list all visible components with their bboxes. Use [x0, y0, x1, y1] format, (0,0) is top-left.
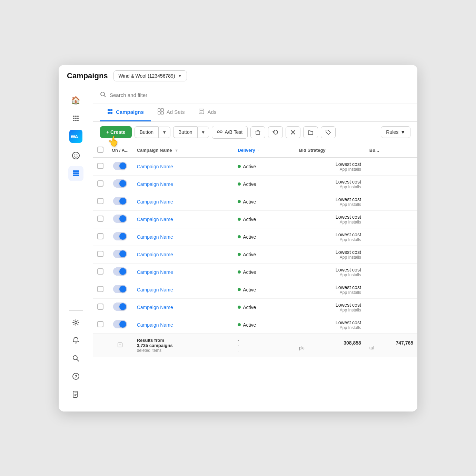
- svg-text:WA: WA: [71, 134, 78, 139]
- delivery-status: Active: [238, 217, 291, 222]
- delivery-status: Active: [238, 305, 291, 310]
- row-toggle[interactable]: [113, 179, 127, 188]
- table-row: Campaign Name Active Lowest cost App Ins…: [93, 193, 417, 210]
- campaign-name-link[interactable]: Campaign Name: [137, 287, 173, 292]
- svg-point-3: [73, 118, 75, 119]
- row-checkbox-cell: [93, 228, 108, 246]
- sidebar-item-help[interactable]: ?: [68, 369, 83, 384]
- active-dot-icon: [238, 182, 241, 186]
- button2-dropdown[interactable]: ▼: [197, 127, 209, 138]
- row-checkbox[interactable]: [97, 216, 103, 222]
- search-input[interactable]: [110, 92, 410, 98]
- undo-button[interactable]: [268, 126, 283, 138]
- row-delivery-cell: Active: [234, 210, 295, 228]
- folder-button[interactable]: [303, 126, 318, 138]
- wasmart-logo[interactable]: WA: [68, 129, 83, 144]
- bid-strategy-cell: Lowest cost App Installs: [299, 320, 361, 330]
- sidebar-item-home[interactable]: 🏠: [68, 93, 83, 108]
- sidebar-item-search[interactable]: [68, 351, 83, 366]
- select-all-checkbox[interactable]: [97, 147, 103, 153]
- row-checkbox[interactable]: [97, 286, 103, 292]
- footer-col4-val: 308,858: [299, 340, 361, 346]
- row-checkbox[interactable]: [97, 304, 103, 310]
- row-checkbox[interactable]: [97, 163, 103, 169]
- active-dot-icon: [238, 306, 241, 309]
- footer-col5-sub: tal: [369, 346, 413, 350]
- bid-strategy-cell: Lowest cost App Installs: [299, 197, 361, 207]
- row-checkbox[interactable]: [97, 180, 103, 187]
- button1-dropdown[interactable]: ▼: [158, 127, 170, 138]
- bid-main-text: Lowest cost: [336, 320, 361, 325]
- campaign-name-link[interactable]: Campaign Name: [137, 181, 173, 187]
- tag-button[interactable]: [321, 126, 336, 138]
- create-button[interactable]: + Create: [100, 126, 132, 138]
- rules-chevron-icon: ▼: [400, 129, 405, 135]
- sidebar-item-settings[interactable]: [68, 315, 83, 330]
- row-name-cell: Campaign Name: [133, 210, 234, 228]
- tab-campaigns[interactable]: Campaigns: [100, 103, 151, 121]
- row-toggle[interactable]: [113, 250, 127, 258]
- row-checkbox-cell: [93, 298, 108, 316]
- row-toggle[interactable]: [113, 197, 127, 205]
- row-toggle[interactable]: [113, 267, 127, 276]
- sidebar-item-table[interactable]: [68, 166, 83, 181]
- on-off-label: On / A...: [112, 148, 129, 153]
- tab-ads-label: Ads: [207, 109, 216, 115]
- row-delivery-cell: Active: [234, 298, 295, 316]
- campaign-name-link[interactable]: Campaign Name: [137, 199, 173, 205]
- row-name-cell: Campaign Name: [133, 193, 234, 210]
- campaign-name-link[interactable]: Campaign Name: [137, 217, 173, 222]
- bid-sub-text: App Installs: [340, 202, 361, 207]
- tab-ads[interactable]: Ads: [191, 103, 223, 121]
- campaign-name-link[interactable]: Campaign Name: [137, 234, 173, 240]
- row-checkbox[interactable]: [97, 198, 103, 204]
- sidebar-item-bell[interactable]: [68, 333, 83, 348]
- row-budget-cell: [365, 228, 417, 246]
- rules-button[interactable]: Rules ▼: [381, 126, 410, 138]
- row-budget-cell: [365, 210, 417, 228]
- row-checkbox[interactable]: [97, 321, 103, 327]
- row-checkbox[interactable]: [97, 233, 103, 239]
- trash-button[interactable]: [250, 126, 265, 138]
- row-toggle[interactable]: [113, 303, 127, 311]
- campaign-name-link[interactable]: Campaign Name: [137, 322, 173, 328]
- account-selector[interactable]: Wind & Wool (123456789) ▼: [113, 70, 187, 81]
- campaign-name-link[interactable]: Campaign Name: [137, 252, 173, 257]
- bid-sub-text: App Installs: [340, 308, 361, 313]
- footer-bid-cell: 308,858 ple: [295, 334, 365, 357]
- header-bid-strategy: Bid Strategy: [295, 143, 365, 158]
- bid-sub-text: App Installs: [340, 185, 361, 189]
- header-delivery[interactable]: Delivery ↑: [234, 143, 295, 158]
- button1[interactable]: Button: [135, 126, 158, 138]
- svg-point-0: [73, 116, 75, 117]
- sidebar-item-face[interactable]: [68, 148, 83, 163]
- sidebar-item-grid[interactable]: [68, 111, 83, 126]
- delete-button[interactable]: [286, 126, 300, 138]
- campaign-name-link[interactable]: Campaign Name: [137, 164, 173, 169]
- row-toggle[interactable]: [113, 285, 127, 293]
- tab-adsets[interactable]: Ad Sets: [151, 103, 192, 121]
- bid-main-text: Lowest cost: [336, 267, 361, 272]
- row-toggle[interactable]: [113, 162, 127, 170]
- row-delivery-cell: Active: [234, 246, 295, 263]
- delivery-text: Active: [243, 234, 256, 240]
- row-bid-cell: Lowest cost App Installs: [295, 281, 365, 298]
- delivery-status: Active: [238, 252, 291, 257]
- row-toggle[interactable]: [113, 232, 127, 240]
- row-budget-cell: [365, 281, 417, 298]
- svg-line-26: [104, 95, 106, 97]
- abtest-button[interactable]: A/B Test: [212, 126, 248, 139]
- campaign-name-link[interactable]: Campaign Name: [137, 305, 173, 310]
- row-checkbox[interactable]: [97, 268, 103, 275]
- campaign-name-link[interactable]: Campaign Name: [137, 269, 173, 275]
- account-name: Wind & Wool (123456789): [119, 73, 175, 79]
- row-toggle[interactable]: [113, 215, 127, 223]
- row-budget-cell: [365, 175, 417, 193]
- row-toggle[interactable]: [113, 320, 127, 328]
- row-checkbox[interactable]: [97, 251, 103, 257]
- footer-label-cell: Results from 3,725 campaigns deleted ite…: [133, 334, 234, 357]
- table-row: Campaign Name Active Lowest cost App Ins…: [93, 263, 417, 281]
- button2[interactable]: Button: [173, 126, 197, 138]
- header-budget: Bu...: [365, 143, 417, 158]
- sidebar-item-book[interactable]: [68, 387, 83, 402]
